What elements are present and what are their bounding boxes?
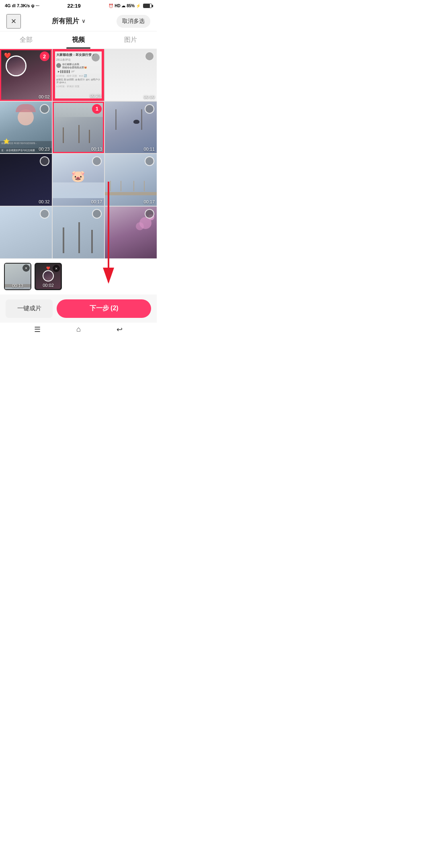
bottom-action-bar: 一键成片 下一步 (2) [0,295,157,323]
duration-8: 00:17 [91,199,102,204]
select-circle-10 [40,209,49,219]
duration-5: 00:13 [91,147,102,151]
select-circle-4 [40,104,49,114]
back-icon[interactable]: ↩ [117,325,123,334]
home-icon[interactable]: ⌂ [76,325,81,334]
tab-all[interactable]: 全部 [0,31,52,49]
star-icon: ⭐ [3,138,10,144]
grid-cell-3[interactable]: 00:00 [105,49,157,101]
media-grid: ❤️ 2 00:02 大家都在接：坏女孩行变？ 2911条评论 你们都那么自我我… [0,49,157,258]
grid-cell-12[interactable] [105,207,157,258]
grid-cell-11[interactable] [53,207,104,258]
grid-cell-2[interactable]: 大家都在接：坏女孩行变？ 2911条评论 你们都那么自我我错你会爱我我点赞😻 ▶… [53,49,104,101]
status-time: 22:19 [68,3,81,9]
duration-7: 00:32 [39,199,50,204]
grid-cell-6[interactable]: 00:11 [105,102,157,154]
menu-icon[interactable]: ☰ [34,325,41,334]
duration-3: 00:00 [143,94,155,99]
yijian-button[interactable]: 一键成片 [6,299,53,318]
select-badge-1: 2 [40,51,49,61]
select-circle-6 [145,104,154,114]
cancel-multi-button[interactable]: 取消多选 [117,15,150,28]
duration-4: 00:23 [39,147,50,151]
grid-cell-4[interactable]: 送：余音绕梁的声音与纪念相册 这是毕业纪念 #出道计划讨论还没发现... ⭐ 0… [0,102,52,154]
next-button[interactable]: 下一步 (2) [57,299,151,318]
nav-title-arrow-icon: ∨ [82,18,86,24]
tab-photo[interactable]: 图片 [104,31,157,49]
thumb-duration-1: 00:13 [5,283,31,288]
grid-cell-9[interactable]: 00:17 [105,154,157,206]
grid-cell-1[interactable]: ❤️ 2 00:02 [0,49,52,101]
grid-cell-7[interactable]: 00:32 [0,154,52,206]
selected-thumb-1[interactable]: × 00:13 [4,263,31,290]
duration-1: 00:02 [39,94,50,99]
grid-cell-8[interactable]: 🐷 00:17 [53,154,104,206]
close-button[interactable]: × [6,14,21,29]
home-bar: ☰ ⌂ ↩ [0,323,157,336]
selected-thumb-2[interactable]: ❤️ × 00:02 [35,263,62,290]
status-battery: ⏰ HD ☁ 85% ⚡ [108,4,152,8]
pig-emoji-icon: 🐷 [71,170,85,183]
grid-cell-5[interactable]: 1 00:13 [53,102,104,154]
top-nav: × 所有照片 ∨ 取消多选 [0,11,157,31]
grid-cell-10[interactable] [0,207,52,258]
selected-thumbs-bar: × 00:13 ❤️ × 00:02 [0,258,157,295]
nav-title[interactable]: 所有照片 ∨ [52,16,86,26]
duration-9: 00:17 [143,199,155,204]
select-badge-5: 1 [92,104,102,114]
tabs-bar: 全部 视频 图片 [0,31,157,49]
duration-6: 00:11 [143,147,155,151]
select-circle-12 [145,209,154,219]
select-circle-3 [145,51,154,61]
select-circle-7 [40,156,49,166]
tab-video[interactable]: 视频 [52,31,104,49]
thumb-duration-2: 00:02 [36,283,61,288]
status-bar: 4G ıll 7.3K/s ψ ··· 22:19 ⏰ HD ☁ 85% ⚡ [0,0,157,11]
heart-icon: ❤️ [4,52,11,59]
status-signal: 4G ıll 7.3K/s ψ ··· [5,3,39,8]
duration-2: 00:29 [90,93,101,98]
